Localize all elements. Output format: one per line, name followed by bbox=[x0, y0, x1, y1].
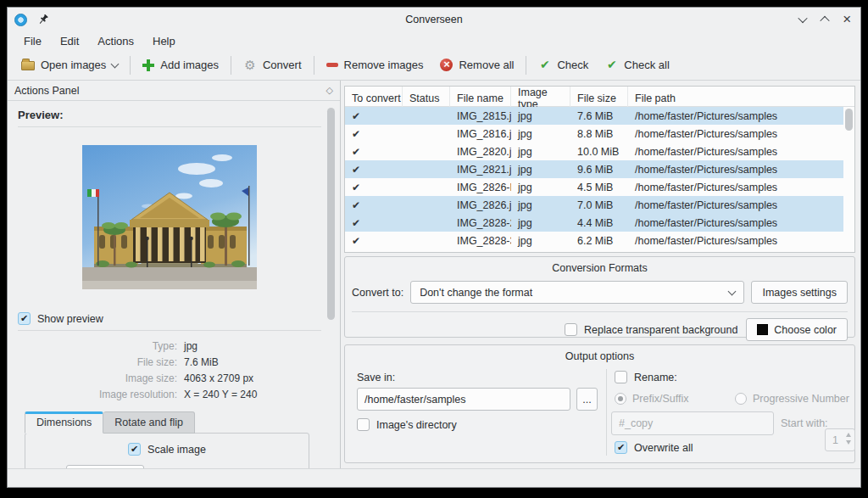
check-icon bbox=[352, 164, 360, 176]
check-button[interactable]: Check bbox=[530, 54, 597, 76]
row-to-convert-cell[interactable] bbox=[345, 110, 403, 122]
scrollbar-thumb[interactable] bbox=[327, 108, 335, 320]
info-label: Image resolution: bbox=[18, 389, 177, 400]
row-image-type-cell: jpg bbox=[511, 164, 570, 176]
start-with-spinner[interactable]: 1 bbox=[825, 428, 855, 451]
show-preview-checkbox[interactable] bbox=[18, 312, 31, 325]
table-row[interactable]: IMG_2826-Mo...jpg4.5 MiB/home/faster/Pic… bbox=[345, 178, 843, 196]
check-all-button[interactable]: Check all bbox=[597, 54, 677, 76]
browse-button[interactable]: ... bbox=[576, 388, 598, 411]
chevron-down-icon bbox=[798, 14, 807, 23]
tab-rotate-and-flip[interactable]: Rotate and flip bbox=[103, 411, 195, 434]
close-button[interactable] bbox=[840, 13, 854, 26]
toolbar-separator bbox=[526, 56, 526, 75]
remove-all-button[interactable]: Remove all bbox=[431, 54, 522, 76]
toolbar-separator bbox=[231, 56, 231, 75]
table-header: To convert Status File name Image type F… bbox=[345, 87, 854, 107]
row-file-size-cell: 8.8 MiB bbox=[570, 128, 628, 140]
choose-color-button[interactable]: Choose color bbox=[746, 318, 848, 341]
toolbar-label: Check all bbox=[624, 59, 669, 71]
minimize-button[interactable] bbox=[796, 13, 810, 26]
toolbar-label: Add images bbox=[160, 59, 219, 71]
toolbar-label: Remove all bbox=[459, 59, 514, 71]
table-row[interactable]: IMG_2828-2.jpgjpg4.4 MiB/home/faster/Pic… bbox=[345, 214, 843, 232]
row-file-name-cell: IMG_2826-Mo... bbox=[450, 182, 511, 193]
table-row[interactable]: IMG_2821.jpgjpg9.6 MiB/home/faster/Pictu… bbox=[345, 160, 843, 178]
prefix-suffix-radio[interactable] bbox=[615, 393, 626, 405]
add-images-button[interactable]: Add images bbox=[134, 54, 227, 76]
row-image-type-cell: jpg bbox=[511, 235, 570, 247]
tab-dimensions[interactable]: Dimensions bbox=[25, 411, 103, 434]
row-file-path-cell: /home/faster/Pictures/samples bbox=[628, 199, 843, 211]
table-row[interactable]: IMG_2820.jpgjpg10.0 MiB/home/faster/Pict… bbox=[345, 143, 843, 160]
check-icon bbox=[352, 217, 360, 229]
table-row[interactable]: IMG_2816.jpgjpg8.8 MiB/home/faster/Pictu… bbox=[345, 125, 843, 143]
chevron-down-icon bbox=[728, 287, 737, 295]
open-images-button[interactable]: Open images bbox=[13, 54, 126, 76]
row-to-convert-cell[interactable] bbox=[345, 199, 403, 211]
scrollbar-thumb[interactable] bbox=[845, 109, 853, 131]
scale-image-row: Scale image bbox=[25, 443, 309, 456]
spin-up-icon[interactable] bbox=[846, 433, 851, 437]
titlebar: Converseen bbox=[8, 8, 860, 31]
save-in-input[interactable] bbox=[357, 388, 570, 411]
divider bbox=[606, 369, 607, 456]
convert-button[interactable]: Convert bbox=[235, 54, 310, 76]
right-pane: To convert Status File name Image type F… bbox=[344, 81, 860, 468]
info-value: 4063 x 2709 px bbox=[184, 372, 321, 384]
show-preview-row: Show preview bbox=[18, 312, 321, 325]
maximize-button[interactable] bbox=[818, 13, 832, 26]
prefix-suffix-label: Prefix/Suffix bbox=[632, 393, 688, 405]
row-image-type-cell: jpg bbox=[511, 146, 570, 158]
row-file-path-cell: /home/faster/Pictures/samples bbox=[628, 164, 843, 176]
check-icon bbox=[352, 128, 360, 140]
menu-actions[interactable]: Actions bbox=[90, 33, 142, 49]
start-with-label: Start with: bbox=[781, 417, 828, 429]
replace-bg-row: Replace transparent background bbox=[565, 323, 737, 336]
divider bbox=[18, 126, 321, 127]
actions-panel: Actions Panel Preview: bbox=[8, 81, 341, 468]
window-title: Converseen bbox=[8, 14, 860, 25]
images-directory-checkbox[interactable] bbox=[357, 418, 370, 431]
row-file-path-cell: /home/faster/Pictures/samples bbox=[628, 146, 843, 158]
table-row[interactable]: IMG_2828-3.jpgjpg6.2 MiB/home/faster/Pic… bbox=[345, 232, 843, 249]
group-title: Output options bbox=[345, 345, 854, 362]
info-value: jpg bbox=[184, 340, 321, 352]
check-icon bbox=[352, 235, 360, 247]
progressive-number-radio[interactable] bbox=[735, 393, 747, 405]
row-file-path-cell: /home/faster/Pictures/samples bbox=[628, 217, 843, 229]
row-to-convert-cell[interactable] bbox=[345, 146, 403, 158]
scale-image-checkbox[interactable] bbox=[128, 443, 141, 456]
conversion-formats-group: Conversion Formats Convert to: Don't cha… bbox=[344, 256, 855, 338]
width-input-partial[interactable] bbox=[66, 465, 144, 468]
table-scrollbar[interactable] bbox=[845, 109, 853, 250]
overwrite-all-checkbox[interactable] bbox=[615, 441, 627, 454]
remove-images-button[interactable]: Remove images bbox=[318, 54, 432, 76]
row-file-size-cell: 10.0 MiB bbox=[570, 146, 628, 158]
row-to-convert-cell[interactable] bbox=[345, 182, 403, 193]
info-label: Type: bbox=[18, 340, 177, 352]
menu-help[interactable]: Help bbox=[145, 33, 183, 49]
row-to-convert-cell[interactable] bbox=[345, 217, 403, 229]
menu-edit[interactable]: Edit bbox=[53, 33, 86, 49]
row-to-convert-cell[interactable] bbox=[345, 235, 403, 247]
rename-checkbox[interactable] bbox=[615, 371, 627, 383]
menu-file[interactable]: File bbox=[16, 33, 49, 49]
table-row[interactable]: IMG_2826.jpgjpg7.0 MiB/home/faster/Pictu… bbox=[345, 196, 843, 214]
images-settings-button[interactable]: Images settings bbox=[751, 281, 848, 304]
panel-scrollbar[interactable] bbox=[327, 104, 335, 465]
float-panel-icon[interactable] bbox=[326, 85, 333, 96]
row-to-convert-cell[interactable] bbox=[345, 128, 403, 140]
row-file-path-cell: /home/faster/Pictures/samples bbox=[628, 235, 843, 247]
check-icon bbox=[352, 199, 360, 211]
row-to-convert-cell[interactable] bbox=[345, 164, 403, 176]
table-row[interactable]: IMG_2815.jpgjpg7.6 MiB/home/faster/Pictu… bbox=[345, 107, 843, 125]
rename-pattern-input[interactable] bbox=[611, 411, 774, 435]
replace-bg-checkbox[interactable] bbox=[565, 323, 577, 336]
format-combobox[interactable]: Don't change the format bbox=[410, 281, 744, 304]
row-file-size-cell: 7.6 MiB bbox=[570, 110, 628, 122]
minus-icon bbox=[326, 63, 338, 67]
row-file-name-cell: IMG_2828-3.jpg bbox=[450, 235, 511, 247]
spin-down-icon[interactable] bbox=[846, 440, 851, 445]
close-icon bbox=[843, 12, 851, 27]
